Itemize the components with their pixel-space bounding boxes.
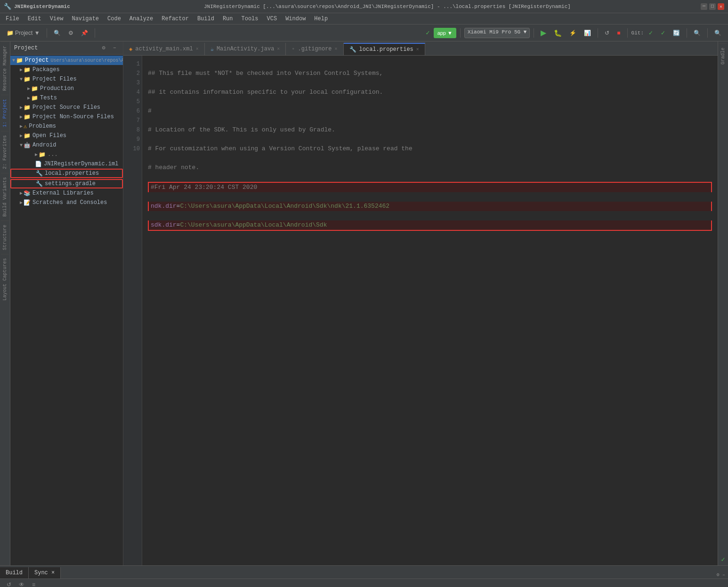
tree-item-android[interactable]: ▼ 🤖 Android [10, 140, 123, 150]
tree-label-production: Production [40, 85, 74, 92]
editor-area: ◈ activity_main.xml × ☕ MainActivity.jav… [123, 41, 718, 565]
code-line-7: #Fri Apr 24 23:20:24 CST 2020 [148, 182, 712, 192]
git-push-button[interactable]: ✓ [658, 27, 668, 39]
sync-tab-label: Sync × [34, 570, 55, 576]
search-everywhere-button[interactable]: 🔍 [712, 27, 724, 39]
tree-label-open-files: Open Files [32, 132, 66, 139]
tab-label-activity-main: activity_main.xml [135, 46, 193, 52]
code-line-2: ## it contains information specific to y… [148, 88, 712, 97]
tab-close-activity-main[interactable]: × [196, 47, 199, 52]
search-toolbar-icon[interactable]: 🔍 [51, 27, 64, 39]
sidebar-favorites[interactable]: 2: Favorites [1, 131, 9, 173]
settings-toolbar-icon[interactable]: ⚙ [65, 27, 76, 39]
menu-navigate[interactable]: Navigate [68, 15, 103, 23]
expand-icon: ▶ [27, 86, 30, 91]
sidebar-project[interactable]: 1: Project [1, 95, 9, 131]
find-usages-button[interactable]: 🔍 [691, 27, 704, 39]
build-tab-label: Build [6, 570, 23, 576]
tree-item-scratches[interactable]: ▶ 📝 Scratches and Consoles [10, 198, 123, 207]
bottom-close-icon[interactable]: – [721, 571, 726, 579]
code-line-5: # For customization when using a Version… [148, 144, 712, 154]
tree-label-tests: Tests [40, 95, 57, 101]
folder-icon: 📁 [24, 66, 31, 73]
run-button[interactable]: ▶ [538, 27, 549, 39]
close-button[interactable]: ✕ [718, 3, 724, 10]
build-filter-button[interactable]: 👁 [16, 579, 27, 587]
stop-button[interactable]: ■ [614, 27, 623, 39]
properties-file-icon: 🔧 [36, 170, 43, 177]
build-restart-button[interactable]: ↺ [4, 579, 14, 587]
folder-icon: 📁 [24, 76, 31, 83]
code-line-6: # header note. [148, 163, 712, 172]
menu-run[interactable]: Run [219, 15, 237, 23]
device-selector[interactable]: Xiaomi Mi9 Pro 5G ▼ [464, 28, 530, 38]
tree-item-production[interactable]: ▶ 📁 Production [10, 84, 123, 93]
git-commit-button[interactable]: 🔄 [670, 27, 683, 39]
java-tab-icon: ☕ [210, 46, 214, 53]
tab-local-properties[interactable]: 🔧 local.properties × [344, 43, 425, 55]
tree-item-android-sub[interactable]: ▶ 📁 ... [10, 150, 123, 159]
menu-vcs[interactable]: VCS [263, 15, 281, 23]
menu-view[interactable]: View [46, 15, 67, 23]
sidebar-build-variants[interactable]: Build Variants [1, 173, 9, 220]
maximize-button[interactable]: □ [709, 3, 716, 10]
build-expand-button[interactable]: ≡ [29, 579, 38, 587]
gradle-sync-icon[interactable]: ✓ [721, 556, 725, 563]
rerun-button[interactable]: ↺ [602, 27, 612, 39]
xml-tab-icon: ◈ [129, 46, 132, 53]
menu-file[interactable]: File [2, 15, 23, 23]
tab-mainactivity-java[interactable]: ☕ MainActivity.java × [205, 43, 286, 55]
tab-build[interactable]: Build [0, 567, 29, 579]
tree-item-local-properties[interactable]: 🔧 local.properties [10, 169, 123, 178]
project-header-label: Project [14, 45, 38, 51]
pin-toolbar-icon[interactable]: 📌 [78, 27, 91, 39]
project-panel-collapse[interactable]: – [110, 42, 119, 54]
tree-item-project-non-source-files[interactable]: ▶ 📁 Project Non-Source Files [10, 112, 123, 122]
toolbar-separator-5 [598, 28, 598, 38]
debug-button[interactable]: 🐛 [551, 27, 565, 39]
menu-help[interactable]: Help [310, 15, 332, 23]
menu-build[interactable]: Build [194, 15, 218, 23]
code-content[interactable]: ## This file must *NOT* be checked into … [142, 56, 718, 565]
menu-window[interactable]: Window [282, 15, 309, 23]
project-dropdown-button[interactable]: 📁 Project ▼ [4, 27, 43, 39]
run-config-button[interactable]: app ▼ [434, 28, 456, 38]
tab-gitignore[interactable]: ◦ .gitignore × [286, 43, 343, 55]
tab-close-local-properties[interactable]: × [416, 47, 419, 52]
tree-item-external-libraries[interactable]: ▶ 📚 External Libraries [10, 188, 123, 198]
tree-item-open-files[interactable]: ▶ 📁 Open Files [10, 131, 123, 140]
sidebar-structure[interactable]: Structure [1, 220, 9, 254]
tab-sync[interactable]: Sync × [29, 567, 61, 579]
coverage-button[interactable]: ⚡ [566, 27, 579, 39]
folder-icon: 📁 [7, 30, 14, 36]
tree-item-tests[interactable]: ▶ 📁 Tests [10, 93, 123, 103]
menu-tools[interactable]: Tools [238, 15, 262, 23]
menu-edit[interactable]: Edit [24, 15, 45, 23]
toolbar-separator-7 [687, 28, 687, 38]
tree-item-packages[interactable]: ▶ 📁 Packages [10, 65, 123, 74]
sidebar-layout-captures[interactable]: Layout Captures [1, 254, 9, 304]
sidebar-resource-manager[interactable]: Resource Manager [1, 41, 9, 95]
tree-path-hint: Users\asura\source\repos\Andro... [50, 58, 123, 63]
menu-analyze[interactable]: Analyze [126, 15, 157, 23]
tree-label-project-source-files: Project Source Files [32, 104, 100, 111]
tree-item-project-source-files[interactable]: ▶ 📁 Project Source Files [10, 103, 123, 112]
tree-item-problems[interactable]: ▶ ⚠ Problems [10, 122, 123, 131]
tree-item-project-files[interactable]: ▼ 📁 Project Files [10, 74, 123, 84]
tree-item-settings-gradle[interactable]: 🔧 settings.gradle [10, 179, 123, 188]
git-update-button[interactable]: ✓ [646, 27, 656, 39]
menu-refactor[interactable]: Refactor [158, 15, 193, 23]
project-panel-settings[interactable]: ⚙ [99, 42, 108, 54]
profile-button[interactable]: 📊 [581, 27, 594, 39]
tree-label-non-source-files: Project Non-Source Files [32, 114, 114, 120]
menu-code[interactable]: Code [104, 15, 125, 23]
tab-close-mainactivity[interactable]: × [277, 47, 280, 52]
bottom-settings-icon[interactable]: ⚙ [716, 571, 720, 579]
tab-close-gitignore[interactable]: × [335, 47, 338, 52]
tab-activity-main-xml[interactable]: ◈ activity_main.xml × [123, 43, 205, 55]
sidebar-gradle[interactable]: Gradle [719, 43, 727, 68]
code-editor: 1 2 3 4 5 6 7 8 9 10 ## This file must *… [123, 56, 718, 565]
tree-item-iml[interactable]: 📄 JNIRegisterDynamic.iml [10, 159, 123, 169]
minimize-button[interactable]: ─ [701, 3, 707, 10]
tree-item-project[interactable]: ▼ 📁 Project Users\asura\source\repos\And… [10, 56, 123, 65]
